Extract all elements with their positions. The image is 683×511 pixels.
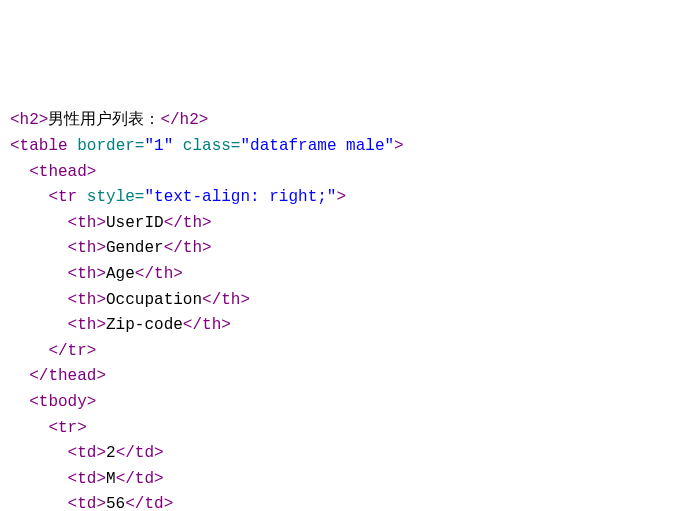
token-tag: <th> — [68, 291, 106, 309]
token-tag: </td> — [116, 470, 164, 488]
token-txt: Gender — [106, 239, 164, 257]
token-tag: <th> — [68, 316, 106, 334]
token-tag: <tr — [48, 188, 77, 206]
token-txt: Occupation — [106, 291, 202, 309]
token-tag: <thead> — [29, 163, 96, 181]
code-line: <tbody> — [10, 390, 673, 416]
token-txt — [68, 137, 78, 155]
code-line: <tr> — [10, 416, 673, 442]
token-tag: </td> — [125, 495, 173, 511]
token-txt — [173, 137, 183, 155]
token-attr: border= — [77, 137, 144, 155]
token-tag: </thead> — [29, 367, 106, 385]
token-val: "text-align: right;" — [144, 188, 336, 206]
token-val: "dataframe male" — [240, 137, 394, 155]
code-line: <tr style="text-align: right;"> — [10, 185, 673, 211]
token-tag: > — [394, 137, 404, 155]
token-tag: <tr> — [48, 419, 86, 437]
token-tag: <td> — [68, 444, 106, 462]
token-tag: <th> — [68, 214, 106, 232]
code-line: </thead> — [10, 364, 673, 390]
token-txt: M — [106, 470, 116, 488]
code-line: <th>Age</th> — [10, 262, 673, 288]
token-tag: </th> — [183, 316, 231, 334]
token-tag: </tr> — [48, 342, 96, 360]
token-txt: 男性用户列表： — [48, 111, 160, 129]
code-line: <table border="1" class="dataframe male"… — [10, 134, 673, 160]
token-txt — [77, 188, 87, 206]
token-tag: <th> — [68, 265, 106, 283]
token-attr: class= — [183, 137, 241, 155]
code-line: <th>Zip-code</th> — [10, 313, 673, 339]
token-txt: 56 — [106, 495, 125, 511]
token-tag: <td> — [68, 470, 106, 488]
token-txt: 2 — [106, 444, 116, 462]
token-txt: Zip-code — [106, 316, 183, 334]
token-tag: <table — [10, 137, 68, 155]
token-val: "1" — [144, 137, 173, 155]
code-line: </tr> — [10, 339, 673, 365]
code-line: <th>UserID</th> — [10, 211, 673, 237]
token-tag: </td> — [116, 444, 164, 462]
token-txt: Age — [106, 265, 135, 283]
token-tag: </th> — [164, 239, 212, 257]
token-attr: style= — [87, 188, 145, 206]
token-tag: <td> — [68, 495, 106, 511]
token-txt: UserID — [106, 214, 164, 232]
token-tag: <tbody> — [29, 393, 96, 411]
token-tag: <h2> — [10, 111, 48, 129]
html-source-code: <h2>男性用户列表：</h2><table border="1" class=… — [10, 108, 673, 511]
code-line: <th>Occupation</th> — [10, 288, 673, 314]
token-tag: > — [336, 188, 346, 206]
token-tag: </th> — [164, 214, 212, 232]
code-line: <td>M</td> — [10, 467, 673, 493]
token-tag: </th> — [135, 265, 183, 283]
token-tag: </th> — [202, 291, 250, 309]
token-tag: </h2> — [160, 111, 208, 129]
code-line: <thead> — [10, 160, 673, 186]
token-tag: <th> — [68, 239, 106, 257]
code-line: <h2>男性用户列表：</h2> — [10, 108, 673, 134]
code-line: <td>2</td> — [10, 441, 673, 467]
code-line: <th>Gender</th> — [10, 236, 673, 262]
code-line: <td>56</td> — [10, 492, 673, 511]
